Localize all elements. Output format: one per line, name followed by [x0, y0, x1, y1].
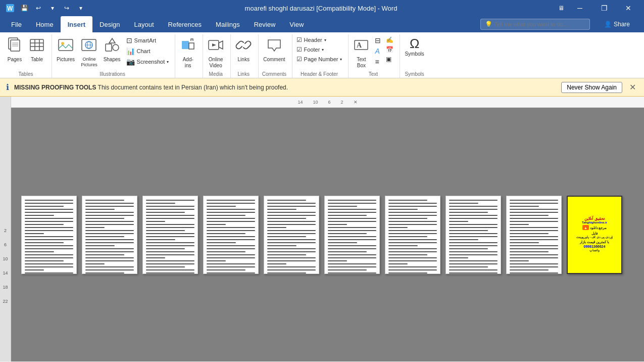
share-icon: 👤: [604, 21, 612, 28]
text-line: [85, 203, 134, 204]
screenshot-button[interactable]: 📷 Screenshot ▾: [124, 57, 171, 67]
tab-view[interactable]: View: [282, 16, 311, 32]
tab-layout[interactable]: Layout: [127, 16, 161, 32]
headerfooter-small-group: ☑ Header ▾ ☑ Footer ▾ ☑ Page Number ▾: [294, 35, 344, 64]
svg-point-19: [113, 44, 119, 51]
symbols-button[interactable]: Ω Symbols: [402, 35, 426, 59]
textbox-button[interactable]: A TextBox: [351, 35, 372, 70]
tab-file[interactable]: File: [4, 16, 29, 32]
tab-design[interactable]: Design: [92, 16, 127, 32]
text-line: [207, 206, 236, 207]
pages-area[interactable]: تحقیق آنلاین Tahghighonline.ir 🔥 مرجع دا…: [11, 108, 644, 361]
shapes-button[interactable]: Shapes: [101, 35, 123, 64]
svg-marker-23: [219, 41, 223, 49]
text-line: [328, 203, 376, 204]
text-line: [25, 233, 44, 234]
share-button[interactable]: 👤 Share: [598, 19, 636, 30]
undo-button[interactable]: ↩: [32, 2, 44, 14]
symbols-group-items: Ω Symbols: [402, 34, 426, 70]
text-line: [449, 218, 498, 219]
tab-home[interactable]: Home: [29, 16, 61, 32]
text-line: [25, 273, 73, 274]
tab-references[interactable]: References: [161, 16, 209, 32]
text-line: [328, 215, 367, 216]
close-button[interactable]: ✕: [617, 0, 640, 16]
table-button[interactable]: Table: [26, 35, 47, 64]
notification-close-button[interactable]: ✕: [627, 82, 638, 92]
pages-button[interactable]: Pages: [4, 35, 25, 64]
text-line: [449, 239, 478, 240]
links-button[interactable]: Links: [233, 35, 254, 64]
text-line: [85, 218, 124, 219]
quickparts-button[interactable]: ⊟: [373, 35, 383, 46]
restore-button[interactable]: ❐: [592, 0, 616, 16]
online-pictures-button[interactable]: OnlinePictures: [78, 35, 100, 69]
footer-button[interactable]: ☑ Footer ▾: [294, 45, 344, 54]
text-line: [510, 218, 558, 219]
text-line: [207, 203, 255, 204]
text-line: [146, 254, 194, 255]
signatureline-icon: ✍: [386, 36, 393, 43]
never-show-again-button[interactable]: Never Show Again: [561, 82, 622, 93]
redo-button[interactable]: ↪: [61, 2, 73, 14]
tab-insert[interactable]: Insert: [61, 16, 92, 32]
text-line: [146, 203, 175, 204]
notification-bar: ℹ MISSING PROOFING TOOLS This document c…: [0, 78, 644, 97]
comments-group-label: Comments: [261, 70, 287, 78]
notification-body: This document contains text in Persian (…: [98, 84, 288, 91]
chart-icon: 📊: [126, 47, 135, 55]
svg-rect-7: [30, 39, 43, 51]
shapes-icon: [104, 37, 120, 56]
links-group-items: Links: [233, 34, 254, 70]
pages-group-label: Tables: [4, 70, 47, 78]
minimize-button[interactable]: ─: [568, 0, 591, 16]
ribbon-group-illustrations: Pictures OnlinePictures: [52, 34, 175, 78]
save-button[interactable]: 💾: [18, 2, 30, 14]
screenshot-icon: 📷: [126, 58, 135, 66]
text-line: [146, 233, 194, 234]
text-line: [449, 227, 498, 228]
undo-dropdown[interactable]: ▾: [46, 2, 59, 14]
text-line: [328, 242, 357, 243]
title-bar: W 💾 ↩ ▾ ↪ ▾ moarefi shoghl darusazi [Com…: [0, 0, 644, 16]
dropcap-button[interactable]: ≡: [373, 57, 383, 67]
text-line: [388, 200, 427, 201]
ad-phone: 09981366624: [584, 244, 606, 249]
tab-review[interactable]: Review: [247, 16, 283, 32]
header-button[interactable]: ☑ Header ▾: [294, 35, 344, 44]
ruler-top-10: 10: [313, 100, 318, 105]
text-line: [388, 233, 437, 234]
represent-icon[interactable]: 🖥: [555, 2, 567, 14]
signatureline-button[interactable]: ✍: [384, 35, 395, 44]
comment-button[interactable]: Comment: [261, 35, 287, 64]
text-line: [25, 224, 64, 225]
tab-mailings[interactable]: Mailings: [209, 16, 247, 32]
pagenumber-dropdown: ▾: [340, 57, 342, 62]
wordart-button[interactable]: A: [373, 46, 383, 56]
addins-button[interactable]: Add-ins: [177, 35, 199, 70]
ribbon-content-area: Pages Table Tables: [0, 32, 644, 78]
ribbon-group-comments: Comment Comments: [259, 34, 292, 78]
ruler-mark-10: 10: [3, 256, 8, 261]
text-small-group: ⊟ A ≡: [373, 35, 383, 67]
svg-rect-12: [59, 39, 73, 51]
chart-button[interactable]: 📊 Chart: [124, 46, 171, 56]
page-content-2: [82, 196, 137, 274]
header-dropdown: ▾: [324, 38, 326, 42]
customize-qat[interactable]: ▾: [75, 2, 87, 14]
datetime-button[interactable]: 📅: [384, 45, 395, 54]
text-line: [449, 203, 478, 204]
svg-marker-24: [212, 43, 216, 47]
smartart-button[interactable]: ⊡ SmartArt: [124, 35, 171, 46]
online-video-button[interactable]: OnlineVideo: [205, 35, 226, 70]
ad-line4: با کمترین قیمت بازار: [580, 240, 609, 244]
ribbon-search-area[interactable]: 💡: [480, 19, 590, 30]
text-line: [388, 245, 418, 246]
notification-icon: ℹ: [6, 82, 9, 92]
page-number-button[interactable]: ☑ Page Number ▾: [294, 55, 344, 64]
window-controls: 🖥 ─ ❐ ✕: [555, 0, 640, 16]
text-line: [267, 212, 316, 213]
pictures-button[interactable]: Pictures: [54, 35, 77, 64]
search-input[interactable]: [494, 21, 585, 27]
object-button[interactable]: ▣: [384, 55, 395, 64]
